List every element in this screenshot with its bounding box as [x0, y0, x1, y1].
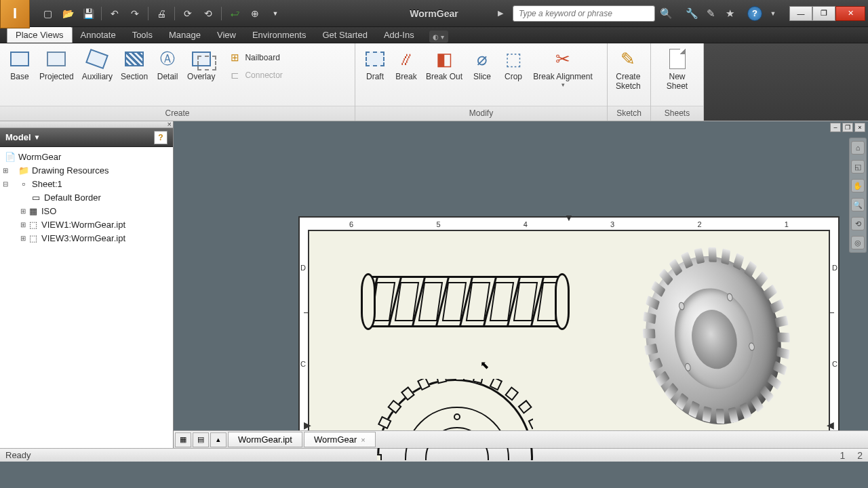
page-1[interactable]: 1	[840, 450, 845, 461]
status-text: Ready	[5, 450, 31, 460]
view-worm-side[interactable]	[370, 276, 560, 327]
tree-default-border[interactable]: ▭Default Border	[1, 190, 172, 204]
browser-close-icon[interactable]: ×	[167, 120, 172, 128]
crop-button[interactable]: ⬚Crop	[498, 46, 529, 83]
side-letter: D	[832, 264, 837, 272]
create-sketch-button[interactable]: ✎Create Sketch	[612, 46, 645, 93]
star-icon[interactable]: ★	[722, 5, 738, 22]
slice-button[interactable]: ⌀Slice	[467, 46, 498, 83]
tile-windows-icon[interactable]: ▦	[175, 432, 191, 447]
ruler-top: 654321	[308, 216, 830, 228]
zoom-icon[interactable]: 🔍	[851, 198, 865, 211]
home-view-icon[interactable]: ⌂	[851, 141, 865, 155]
mdi-restore-icon[interactable]: ❐	[842, 123, 853, 132]
model-browser: × Model▼ ? 📄WormGear ⊞📁Drawing Resources…	[0, 121, 174, 448]
print-icon[interactable]: 🖨	[152, 5, 171, 22]
pin-icon[interactable]: ✎	[703, 5, 719, 22]
browser-title-bar[interactable]: Model▼ ?	[0, 128, 173, 147]
draft-button[interactable]: Draft	[359, 46, 391, 83]
tab-place-views[interactable]: Place Views	[7, 26, 73, 43]
tab-get-started[interactable]: Get Started	[314, 27, 375, 43]
mdi-close-icon[interactable]: ×	[854, 123, 865, 132]
view-gear-front[interactable]	[377, 379, 533, 460]
nailboard-button[interactable]: ⊞Nailboard	[224, 50, 286, 65]
key-icon[interactable]: 🔧	[684, 5, 700, 22]
navigation-bar: ⌂ ◱ ✋ 🔍 ⟲ ◎	[849, 138, 867, 253]
break-button[interactable]: ⫽Break	[391, 46, 422, 83]
search-input[interactable]	[513, 5, 655, 22]
tree-view1[interactable]: ⊞⬚VIEW1:WormGear.ipt	[1, 218, 172, 231]
tab-manage[interactable]: Manage	[161, 27, 209, 43]
appearance-toggle-icon[interactable]: ◐ ▾	[429, 30, 448, 43]
group-sheets-label: Sheets	[651, 106, 703, 121]
tab-view[interactable]: View	[209, 27, 244, 43]
qat-dropdown-icon[interactable]: ▼	[266, 5, 285, 22]
projected-view-button[interactable]: Projected	[35, 46, 78, 83]
tab-add-ins[interactable]: Add-Ins	[376, 27, 422, 43]
drawing-canvas[interactable]: – ❐ × ⌂ ◱ ✋ 🔍 ⟲ ◎ ▼ 654321 D D C C ▶	[174, 121, 868, 448]
document-tabs: ▦ ▤ ▴ WormGear.ipt WormGear×	[174, 430, 868, 448]
browser-help-icon[interactable]: ?	[154, 131, 167, 144]
tab-tools[interactable]: Tools	[124, 27, 161, 43]
new-sheet-button[interactable]: New Sheet	[655, 46, 699, 93]
title-bar: I ▢ 📂 💾 ↶ ↷ 🖨 ⟳ ⟲ ⮐ ⊕ ▼ WormGear ▶ 🔍 🔧 ✎…	[0, 0, 868, 27]
pan-icon[interactable]: ✋	[851, 179, 865, 192]
search-toggle-icon[interactable]: ▶	[498, 9, 510, 18]
close-button[interactable]: ✕	[835, 6, 865, 21]
open-icon[interactable]: 📂	[58, 5, 77, 22]
folder-icon: 📁	[18, 165, 30, 176]
binoculars-icon[interactable]: 🔍	[658, 5, 674, 22]
help-dropdown-icon[interactable]: ▼	[765, 5, 781, 22]
tree-view3[interactable]: ⊞⬚VIEW3:WormGear.ipt	[1, 231, 172, 245]
update-icon[interactable]: ⟳	[178, 5, 197, 22]
work-area: × Model▼ ? 📄WormGear ⊞📁Drawing Resources…	[0, 121, 868, 448]
collapse-icon[interactable]: ⊟	[1, 180, 9, 188]
tab-scroll-icon[interactable]: ▴	[210, 432, 226, 447]
tree-drawing-resources[interactable]: ⊞📁Drawing Resources	[1, 163, 172, 177]
search-area: ▶ 🔍 🔧 ✎ ★ ? ▼ — ❐ ✕	[498, 5, 868, 22]
side-letter: D	[300, 264, 306, 272]
section-view-button[interactable]: Section	[117, 46, 152, 83]
view-icon: ⬚	[27, 219, 39, 230]
mdi-minimize-icon[interactable]: –	[830, 123, 841, 132]
detail-view-button[interactable]: ⒶDetail	[152, 46, 183, 83]
base-view-button[interactable]: Base	[4, 46, 35, 83]
return-icon[interactable]: ⮐	[225, 5, 244, 22]
expand-icon[interactable]: ⊞	[1, 167, 9, 174]
minimize-button[interactable]: —	[789, 6, 812, 21]
update-all-icon[interactable]: ⟲	[199, 5, 218, 22]
new-icon[interactable]: ▢	[38, 5, 57, 22]
doc-tab-drawing[interactable]: WormGear×	[304, 432, 376, 447]
tree-iso[interactable]: ⊞▦ISO	[1, 204, 172, 218]
help-icon[interactable]: ?	[747, 6, 762, 21]
overlay-view-button[interactable]: Overlay	[183, 46, 219, 83]
lookat-icon[interactable]: ◎	[851, 236, 865, 249]
tab-annotate[interactable]: Annotate	[73, 27, 124, 43]
expand-icon[interactable]: ⊞	[19, 207, 27, 215]
tab-close-icon[interactable]: ×	[361, 436, 365, 444]
tree-root[interactable]: 📄WormGear	[1, 150, 172, 163]
auxiliary-view-button[interactable]: Auxiliary	[78, 46, 117, 83]
maximize-button[interactable]: ❐	[812, 6, 835, 21]
break-alignment-button[interactable]: ✂Break Alignment▾	[529, 46, 597, 89]
expand-icon[interactable]: ⊞	[19, 221, 27, 228]
drawing-doc-icon: 📄	[4, 151, 16, 162]
break-out-button[interactable]: ◧Break Out	[422, 46, 467, 83]
orbit-icon[interactable]: ⟲	[851, 217, 865, 230]
tab-environments[interactable]: Environments	[244, 27, 314, 43]
viewcube-icon[interactable]: ◱	[851, 160, 865, 174]
expand-icon[interactable]: ⊞	[19, 235, 27, 242]
page-2[interactable]: 2	[857, 450, 863, 461]
doc-tab-ipt[interactable]: WormGear.ipt	[228, 432, 302, 447]
side-letter: C	[832, 360, 837, 368]
view-gear-isometric[interactable]	[632, 256, 802, 439]
param-icon[interactable]: ⊕	[245, 5, 264, 22]
cascade-windows-icon[interactable]: ▤	[193, 432, 209, 447]
app-icon[interactable]: I	[0, 0, 30, 28]
save-icon[interactable]: 💾	[79, 5, 98, 22]
redo-icon[interactable]: ↷	[125, 5, 144, 22]
tree-sheet[interactable]: ⊟▫Sheet:1	[1, 177, 172, 190]
drawing-sheet[interactable]: ▼ 654321 D D C C ▶ ◀	[298, 216, 840, 448]
group-sketch-label: Sketch	[608, 106, 650, 121]
undo-icon[interactable]: ↶	[105, 5, 124, 22]
